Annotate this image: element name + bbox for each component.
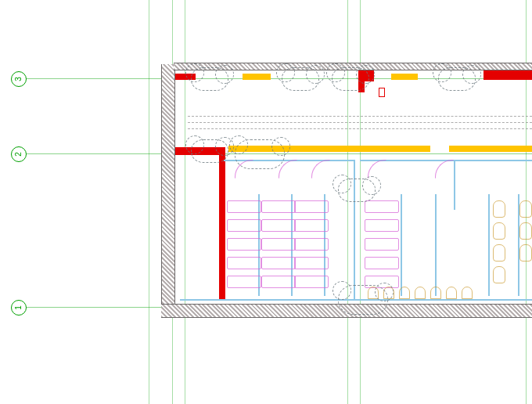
grid-bubble-1: 1: [11, 300, 27, 316]
table: [227, 219, 261, 232]
revision-cloud: [332, 67, 369, 91]
table: [227, 257, 261, 269]
table: [294, 238, 329, 251]
toilet: [519, 244, 532, 262]
table: [365, 257, 399, 269]
wall-red-partition-west: [219, 147, 225, 301]
urinal: [415, 287, 426, 299]
table: [365, 219, 399, 232]
wall-yellow-top-2: [391, 74, 418, 80]
table: [294, 257, 329, 269]
urinal: [446, 287, 457, 299]
table: [294, 276, 329, 288]
toilet: [493, 200, 505, 218]
table: [261, 219, 296, 232]
exterior-wall-west: [161, 64, 175, 316]
corridor-dashed-bottom: [188, 128, 532, 129]
table: [261, 238, 296, 251]
fire-extinguisher-icon: [379, 88, 385, 97]
corridor-dashed-top: [188, 116, 532, 117]
corridor-dashed-mid: [188, 122, 532, 123]
table: [261, 200, 296, 213]
table: [365, 238, 399, 251]
toilet: [519, 222, 532, 240]
toilet: [519, 200, 532, 218]
table: [227, 238, 261, 251]
grid-bubble-label: 2: [14, 152, 23, 157]
wall-yellow-top-1: [243, 74, 271, 80]
table: [261, 257, 296, 269]
table: [261, 276, 296, 288]
divider-r2: [435, 194, 437, 296]
toilet: [493, 222, 505, 240]
divider-r1: [401, 194, 402, 296]
table: [294, 219, 329, 232]
toilet: [493, 266, 505, 283]
door-arc: [435, 160, 454, 179]
grid-line-v3: [185, 0, 185, 404]
table: [294, 200, 329, 213]
grid-bubble-3: 3: [11, 71, 27, 87]
wall-red-top-3: [483, 70, 532, 80]
grid-line-v5: [360, 0, 361, 404]
grid-bubble-2: 2: [11, 146, 27, 162]
grid-bubble-label: 3: [14, 77, 23, 81]
revision-cloud: [235, 139, 285, 169]
urinal: [399, 287, 410, 299]
divider-r3: [488, 194, 490, 296]
revision-cloud: [338, 179, 376, 202]
grid-line-v4: [347, 0, 348, 404]
revision-cloud: [282, 67, 319, 91]
grid-line-v1: [149, 0, 149, 404]
revision-cloud: [191, 67, 228, 91]
revision-cloud: [191, 139, 228, 163]
wall-yellow-g2-2: [449, 146, 532, 152]
urinal: [462, 287, 473, 299]
urinal: [430, 287, 441, 299]
revision-cloud: [438, 67, 476, 91]
table: [227, 276, 261, 288]
table: [365, 200, 399, 213]
table: [227, 200, 261, 213]
grid-bubble-label: 1: [14, 305, 23, 310]
toilet: [493, 244, 505, 262]
door-arc: [311, 160, 330, 179]
revision-cloud: [338, 285, 388, 315]
partition-right-stub: [454, 160, 455, 210]
